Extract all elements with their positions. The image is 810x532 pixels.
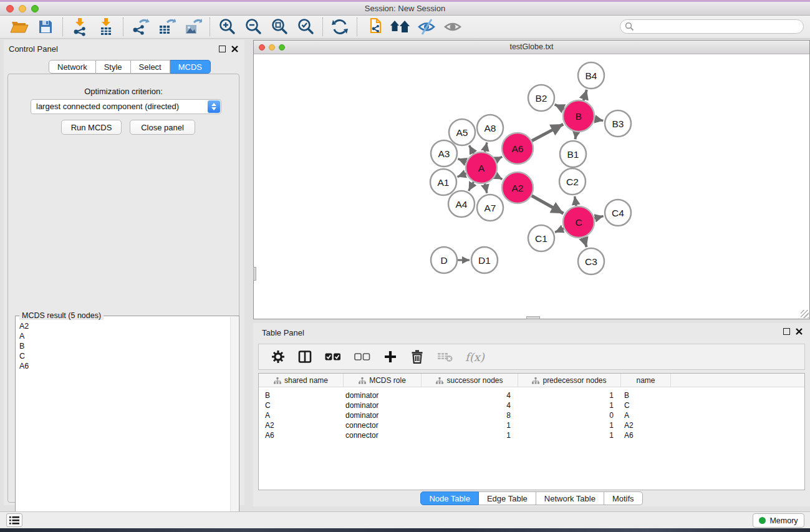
table-cell[interactable]: 4 (425, 400, 511, 410)
delete-icon[interactable] (409, 349, 425, 365)
graph-edge-B-B1[interactable] (576, 132, 577, 140)
close-panel-button[interactable]: Close panel (130, 120, 195, 135)
save-session-icon[interactable] (32, 17, 59, 37)
optimization-criterion-select[interactable]: largest connected component (directed) (31, 99, 221, 114)
table-cell[interactable]: 1 (521, 400, 614, 410)
table-cell[interactable]: 4 (425, 390, 511, 400)
export-table-icon[interactable] (153, 17, 180, 37)
open-file-icon[interactable] (6, 17, 32, 37)
table-cell[interactable]: dominator (345, 400, 419, 410)
splitter-handle[interactable] (253, 267, 256, 281)
table-cell[interactable]: B (624, 390, 668, 400)
table-cell[interactable]: 1 (521, 390, 614, 400)
tab-node-table[interactable]: Node Table (420, 491, 479, 505)
graph-edge-A-A5[interactable] (469, 145, 473, 153)
table-cell[interactable]: A2 (624, 420, 668, 430)
table-cell[interactable]: 1 (425, 420, 511, 430)
zoom-window-button[interactable] (279, 44, 285, 51)
list-item[interactable]: A6 (19, 361, 29, 371)
deselect-all-icon[interactable] (353, 349, 372, 365)
export-network-icon[interactable] (127, 17, 153, 37)
gear-icon[interactable] (270, 349, 286, 365)
column-selector-icon[interactable] (297, 349, 313, 365)
graph-edge-C-C3[interactable] (584, 238, 587, 247)
resize-grip[interactable] (801, 310, 809, 318)
table-cell[interactable]: 0 (521, 410, 614, 420)
function-builder-icon[interactable]: f(x) (465, 351, 485, 364)
close-panel-icon[interactable] (796, 328, 803, 335)
tab-mcds[interactable]: MCDS (170, 60, 211, 74)
zoom-window-button[interactable] (31, 5, 39, 12)
list-item[interactable]: A2 (19, 321, 29, 331)
graph-edge-A2-C[interactable] (532, 196, 564, 214)
table-cell[interactable]: dominator (345, 390, 419, 400)
close-panel-icon[interactable] (231, 46, 238, 52)
refresh-icon[interactable] (327, 17, 353, 37)
list-item[interactable]: C (19, 351, 29, 361)
network-canvas[interactable]: B4B2BB3A8A5A6A3B1AC2A1A2A4A7C4CC1DD1C3 (254, 54, 809, 319)
splitter-handle[interactable] (526, 316, 540, 319)
search-input[interactable] (620, 19, 804, 34)
graph-edge-A-A4[interactable] (469, 182, 474, 191)
scrollbar-track[interactable] (230, 317, 238, 530)
minimize-window-button[interactable] (269, 44, 275, 51)
close-window-button[interactable] (259, 44, 265, 51)
tab-style[interactable]: Style (96, 60, 131, 74)
table-cell[interactable]: 1 (425, 430, 511, 440)
delete-table-icon[interactable] (436, 349, 455, 365)
table-cell[interactable]: C (624, 400, 668, 410)
minimize-window-button[interactable] (19, 5, 26, 12)
table-cell[interactable]: A6 (265, 430, 340, 440)
table-cell[interactable]: A (624, 410, 668, 420)
table-cell[interactable]: 8 (425, 410, 511, 420)
memory-button[interactable]: Memory (753, 513, 804, 528)
zoom-out-icon[interactable] (240, 17, 266, 37)
import-network-icon[interactable] (67, 17, 93, 37)
graph-edge-A-A7[interactable] (485, 183, 487, 193)
graph-edge-A-A8[interactable] (485, 142, 487, 152)
tab-select[interactable]: Select (131, 60, 170, 74)
column-header-successor-nodes[interactable]: successor nodes (422, 374, 518, 387)
graph-edge-A-A1[interactable] (457, 173, 466, 177)
graph-edge-B-B3[interactable] (595, 119, 604, 121)
close-window-button[interactable] (6, 5, 14, 12)
table-cell[interactable]: 1 (521, 420, 614, 430)
run-mcds-button[interactable]: Run MCDS (61, 120, 122, 135)
graph-edge-A-A3[interactable] (458, 159, 466, 162)
table-cell[interactable]: A2 (265, 420, 340, 430)
import-table-icon[interactable] (93, 17, 119, 37)
home-icon[interactable] (387, 17, 413, 37)
column-header-shared-name[interactable]: shared name (259, 374, 344, 387)
graph-edge-A-A2[interactable] (496, 176, 503, 180)
column-header-MCDS-role[interactable]: MCDS role (344, 374, 422, 387)
show-all-icon[interactable] (440, 17, 466, 37)
task-history-button[interactable] (6, 513, 22, 527)
float-panel-icon[interactable] (219, 46, 226, 52)
tab-network[interactable]: Network (49, 60, 96, 74)
column-header-predecessor-nodes[interactable]: predecessor nodes (518, 374, 621, 387)
clone-network-icon[interactable] (361, 17, 387, 37)
tab-network-table[interactable]: Network Table (536, 491, 604, 505)
graph-edge-B-B2[interactable] (555, 104, 564, 109)
select-all-icon[interactable] (324, 349, 342, 365)
table-cell[interactable]: A6 (624, 430, 668, 440)
graph-edge-B-B4[interactable] (584, 90, 587, 100)
graph-edge-C-C2[interactable] (575, 196, 576, 206)
graph-edge-C-C1[interactable] (555, 228, 564, 232)
table-cell[interactable]: C (265, 400, 340, 410)
table-cell[interactable]: connector (345, 420, 419, 430)
table-cell[interactable]: dominator (345, 410, 419, 420)
float-panel-icon[interactable] (783, 328, 790, 335)
zoom-in-icon[interactable] (214, 17, 240, 37)
hide-selected-icon[interactable] (413, 17, 440, 37)
zoom-selected-icon[interactable] (292, 17, 319, 37)
graph-edge-A6-B[interactable] (532, 124, 563, 141)
table-cell[interactable]: connector (345, 430, 419, 440)
table-cell[interactable]: A (265, 410, 340, 420)
zoom-fit-icon[interactable] (266, 17, 292, 37)
table-cell[interactable]: B (265, 390, 340, 400)
add-icon[interactable] (382, 349, 398, 365)
graph-edge-A-A6[interactable] (496, 157, 502, 160)
tab-edge-table[interactable]: Edge Table (479, 491, 536, 505)
graph-edge-C-C4[interactable] (594, 216, 603, 218)
